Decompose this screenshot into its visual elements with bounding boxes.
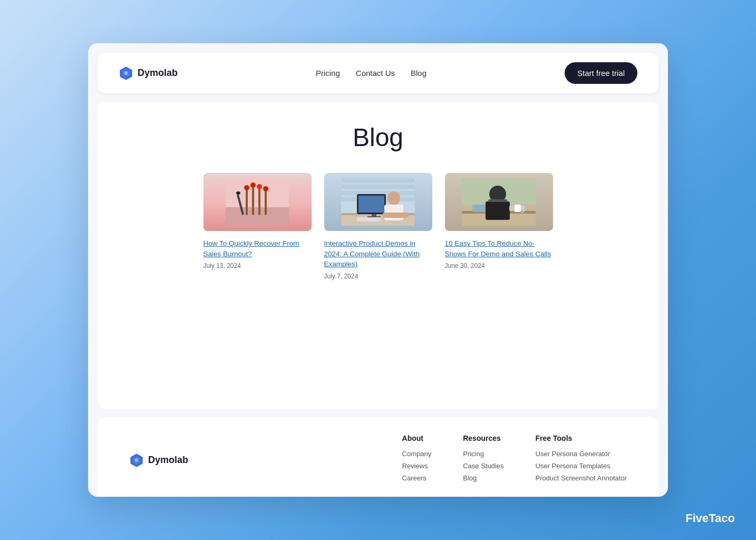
blog-grid: How To Quickly Recover From Sales Burnou… xyxy=(129,173,627,280)
svg-rect-36 xyxy=(472,205,486,212)
svg-rect-26 xyxy=(357,217,381,221)
svg-rect-9 xyxy=(258,188,260,215)
footer-logo: Dymolab xyxy=(129,434,381,486)
footer-logo-text: Dymolab xyxy=(148,455,188,466)
footer-link-product-screenshot-annotator[interactable]: Product Screenshot Annotator xyxy=(536,474,627,482)
blog-card-image-3 xyxy=(445,173,553,231)
footer-col-free-tools-title: Free Tools xyxy=(536,434,627,442)
svg-point-10 xyxy=(257,184,262,189)
watermark: FiveTaco xyxy=(685,512,735,525)
page-wrapper: Dymolab Pricing Contact Us Blog Start fr… xyxy=(88,43,668,497)
svg-rect-17 xyxy=(341,185,415,189)
svg-rect-29 xyxy=(382,213,409,218)
svg-point-14 xyxy=(236,191,240,195)
blog-card-image-2 xyxy=(324,173,432,231)
blog-card-date-3: June 30, 2024 xyxy=(445,262,553,269)
main-content: Blog xyxy=(98,102,658,409)
svg-point-27 xyxy=(387,191,400,205)
footer-col-resources: Resources Pricing Case Studies Blog xyxy=(463,434,503,486)
svg-rect-23 xyxy=(358,196,384,213)
nav-links: Pricing Contact Us Blog xyxy=(316,69,427,78)
svg-rect-16 xyxy=(341,178,415,182)
footer-col-free-tools: Free Tools User Persona Generator User P… xyxy=(536,434,627,486)
svg-point-12 xyxy=(263,186,268,191)
footer-link-case-studies[interactable]: Case Studies xyxy=(463,462,503,470)
footer-link-pricing[interactable]: Pricing xyxy=(463,450,503,458)
page-title: Blog xyxy=(129,123,627,152)
svg-point-6 xyxy=(244,185,249,190)
blog-card-1[interactable]: How To Quickly Recover From Sales Burnou… xyxy=(203,173,312,280)
blog-card-title-3[interactable]: 10 Easy Tips To Reduce No-Shows For Demo… xyxy=(445,238,553,259)
nav-pricing[interactable]: Pricing xyxy=(316,69,340,78)
footer-col-resources-title: Resources xyxy=(463,434,503,442)
logo-icon xyxy=(119,66,133,81)
logo-text: Dymolab xyxy=(138,68,178,79)
footer-link-blog[interactable]: Blog xyxy=(463,474,503,482)
nav-contact[interactable]: Contact Us xyxy=(356,69,395,78)
svg-point-8 xyxy=(250,182,256,188)
blog-card-date-2: July 7, 2024 xyxy=(324,273,432,280)
svg-rect-25 xyxy=(367,216,381,217)
blog-card-image-1 xyxy=(203,173,312,231)
svg-rect-24 xyxy=(372,214,376,216)
svg-rect-7 xyxy=(252,186,254,215)
svg-rect-34 xyxy=(486,201,510,220)
footer-col-about-title: About xyxy=(402,434,432,442)
svg-rect-11 xyxy=(265,190,267,215)
footer-link-user-persona-templates[interactable]: User Persona Templates xyxy=(536,462,627,470)
footer: Dymolab About Company Reviews Careers Re… xyxy=(98,417,658,497)
blog-card-title-1[interactable]: How To Quickly Recover From Sales Burnou… xyxy=(203,238,312,259)
footer-col-about: About Company Reviews Careers xyxy=(402,434,432,486)
footer-columns: About Company Reviews Careers Resources … xyxy=(402,434,627,486)
nav-blog[interactable]: Blog xyxy=(411,69,427,78)
svg-rect-5 xyxy=(246,189,248,215)
logo-area: Dymolab xyxy=(119,66,178,81)
blog-card-3[interactable]: 10 Easy Tips To Reduce No-Shows For Demo… xyxy=(445,173,553,280)
blog-card-title-2[interactable]: Interactive Product Demos in 2024: A Com… xyxy=(324,238,432,269)
footer-logo-icon xyxy=(129,453,144,468)
footer-link-careers[interactable]: Careers xyxy=(402,474,432,482)
svg-rect-38 xyxy=(515,205,521,212)
header: Dymolab Pricing Contact Us Blog Start fr… xyxy=(98,53,658,93)
footer-link-reviews[interactable]: Reviews xyxy=(402,462,432,470)
footer-link-company[interactable]: Company xyxy=(402,450,432,458)
svg-rect-35 xyxy=(488,199,507,202)
start-trial-button[interactable]: Start free trial xyxy=(565,62,637,84)
blog-card-2[interactable]: Interactive Product Demos in 2024: A Com… xyxy=(324,173,432,280)
svg-rect-4 xyxy=(226,207,289,226)
blog-card-date-1: July 13, 2024 xyxy=(203,262,312,269)
footer-link-user-persona-generator[interactable]: User Persona Generator xyxy=(536,450,627,458)
